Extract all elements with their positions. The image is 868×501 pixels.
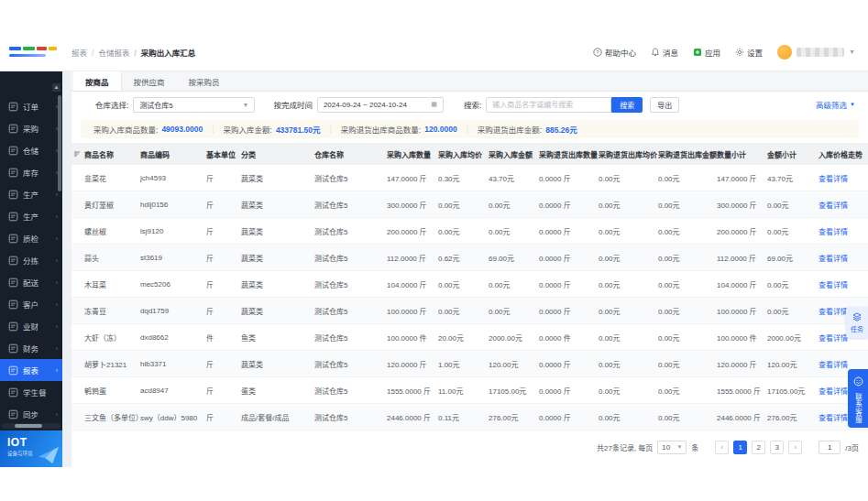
settings-button[interactable]: 设置 [735, 47, 763, 58]
sidebar-item-student-meal[interactable]: 学生餐 › [0, 381, 62, 403]
inbound-qty-cell: 2446.0000 斤 [387, 412, 438, 422]
breadcrumb-item[interactable]: 报表 [71, 47, 87, 58]
smiley-icon [853, 374, 863, 390]
sync-icon [8, 409, 18, 419]
product-code-cell: swy（ddw）5980 [140, 412, 206, 422]
return-avg-price-cell: 0.00元 [599, 226, 658, 236]
advanced-filter-toggle[interactable]: 高级筛选 ▼ [816, 99, 868, 110]
qty-subtotal-cell: 104.0000 斤 [717, 279, 767, 289]
avatar [777, 45, 792, 60]
breadcrumb-item[interactable]: 仓储报表 [87, 47, 129, 58]
filter-bar: 仓库选择: 测试仓库5 ▼ 按完成时间 2024-09-24 ~ 2024-10… [71, 92, 868, 117]
app-window: 报表仓储报表采购出入库汇总 ? 帮助中心 消息 应用 设置 ▼ [0, 0, 868, 501]
product-code-cell: dqd1759 [140, 307, 206, 315]
amount-subtotal-cell: 0.00元 [767, 279, 819, 289]
inbound-amount-cell: 120.00元 [489, 359, 539, 369]
return-qty-cell: 0.0000 斤 [539, 306, 599, 316]
qty-subtotal-cell: 1555.0000 斤 [717, 386, 767, 396]
amount-subtotal-cell: 43.70元 [767, 173, 819, 183]
sidebar-vertical-scrollbar[interactable] [58, 95, 61, 191]
sidebar-item-production-2[interactable]: 生产 › [0, 205, 62, 227]
header-actions: ? 帮助中心 消息 应用 设置 ▼ [593, 45, 868, 60]
chevron-right-icon: › [56, 323, 58, 330]
business-finance-icon [8, 321, 18, 332]
inbound-avg-price-cell: 0.11元 [438, 412, 489, 422]
sidebar-item-sync[interactable]: 同步 › [0, 403, 62, 425]
product-code-cell: lsj9120 [140, 227, 206, 235]
sidebar-item-sorting[interactable]: 分拣 › [0, 249, 62, 271]
messages-button[interactable]: 消息 [651, 47, 678, 58]
view-details-link[interactable]: 查看详情 [819, 279, 868, 289]
breadcrumb-item[interactable]: 采购出入库汇总 [129, 47, 195, 58]
column-header: 采购入库均价 [438, 149, 489, 159]
sidebar-item-reports[interactable]: 报表 › [0, 359, 62, 381]
view-details-link[interactable]: 查看详情 [819, 359, 868, 369]
help-center-button[interactable]: ? 帮助中心 [593, 47, 636, 58]
sidebar-item-finance[interactable]: 财务 › [0, 337, 62, 359]
apps-button[interactable]: 应用 [693, 47, 720, 58]
search-input[interactable] [486, 97, 611, 113]
iot-banner[interactable]: IOT 设备与环境 [0, 430, 62, 467]
sidebar-item-inventory[interactable]: 库存 › [0, 161, 62, 183]
view-details-link[interactable]: 查看详情 [819, 173, 868, 183]
column-header: 采购入库数量 [387, 149, 438, 159]
purchase-icon [8, 124, 18, 134]
sidebar-item-customers[interactable]: 客户 › [0, 293, 62, 315]
date-range-picker[interactable]: 2024-09-24 ~ 2024-10-24 ▦ [317, 97, 444, 113]
return-amount-cell: 0.00元 [658, 412, 717, 422]
column-settings-icon[interactable] [71, 150, 84, 158]
unit-cell: 斤 [206, 253, 241, 263]
inbound-avg-price-cell: 20.00元 [438, 332, 489, 343]
chevron-down-icon: ▼ [236, 102, 248, 108]
return-amount-cell: 0.00元 [658, 226, 717, 236]
task-float-button[interactable]: 任务 [846, 307, 868, 338]
sidebar-scroll-up-arrow[interactable]: ▲ [52, 83, 60, 92]
product-name-cell: 鹌鹑蛋 [84, 386, 140, 396]
warehouse-select[interactable]: 测试仓库5 ▼ [133, 97, 255, 113]
warehouse-cell: 测试仓库5 [314, 200, 387, 210]
product-code-cell: jch4593 [140, 174, 206, 182]
page-size-select[interactable]: 10 ▼ [657, 441, 687, 454]
sidebar-item-qc[interactable]: 质检 › [0, 227, 62, 249]
page-2[interactable]: 2 [752, 441, 765, 454]
page-jump-input[interactable] [819, 441, 841, 454]
inbound-qty-cell: 100.0000 件 [387, 332, 438, 343]
return-amount-cell: 0.00元 [658, 359, 717, 369]
return-avg-price-cell: 0.00元 [599, 279, 658, 289]
chevron-down-icon: ▼ [850, 102, 855, 107]
sorting-icon [8, 256, 18, 266]
sidebar-item-business-finance[interactable]: 业财 › [0, 315, 62, 337]
tab-by-supplier[interactable]: 按供应商 [122, 71, 177, 91]
date-range-label: 按完成时间 [273, 99, 313, 110]
sidebar-item-purchase[interactable]: 采购 › [0, 117, 62, 139]
table-row: 木耳菜 mec5206 斤 蔬菜类 测试仓库5 104.0000 斤 0.00元… [71, 271, 868, 298]
table-row: 黄灯笼椒 hdlj0156 斤 蔬菜类 测试仓库5 300.0000 斤 0.0… [71, 191, 868, 218]
product-code-cell: st3619 [140, 254, 206, 262]
prev-page-button[interactable]: ‹ [715, 441, 729, 454]
layers-icon [852, 312, 862, 322]
sidebar-item-production-1[interactable]: 生产 › [0, 183, 62, 205]
view-details-link[interactable]: 查看详情 [819, 253, 868, 263]
export-button[interactable]: 导出 [650, 97, 679, 113]
view-details-link[interactable]: 查看详情 [819, 226, 868, 236]
sidebar-item-delivery[interactable]: 配送 › [0, 271, 62, 293]
sidebar-item-warehouse[interactable]: 仓储 › [0, 139, 62, 161]
finance-icon [8, 343, 18, 354]
sidebar-horizontal-scrollbar[interactable] [2, 423, 60, 429]
page-3[interactable]: 3 [770, 441, 784, 454]
tab-by-product[interactable]: 按商品 [73, 71, 122, 91]
contact-support-button[interactable]: 联系客服 [848, 369, 868, 428]
top-header: 报表仓储报表采购出入库汇总 ? 帮助中心 消息 应用 设置 ▼ [0, 33, 868, 71]
category-cell: 蔬菜类 [241, 306, 314, 316]
sidebar-item-orders[interactable]: 订单 › [0, 95, 62, 117]
tab-by-buyer[interactable]: 按采购员 [177, 71, 232, 91]
apps-grid-icon [693, 48, 702, 57]
page-1[interactable]: 1 [733, 441, 747, 454]
search-button[interactable]: 搜索 [611, 97, 643, 113]
user-menu[interactable]: ▼ [777, 45, 855, 60]
return-qty-cell: 0.0000 斤 [539, 386, 599, 396]
view-details-link[interactable]: 查看详情 [819, 200, 868, 210]
inbound-qty-cell: 200.0000 斤 [387, 226, 438, 236]
next-page-button[interactable]: › [788, 441, 802, 454]
inbound-qty-cell: 300.0000 斤 [387, 200, 438, 210]
